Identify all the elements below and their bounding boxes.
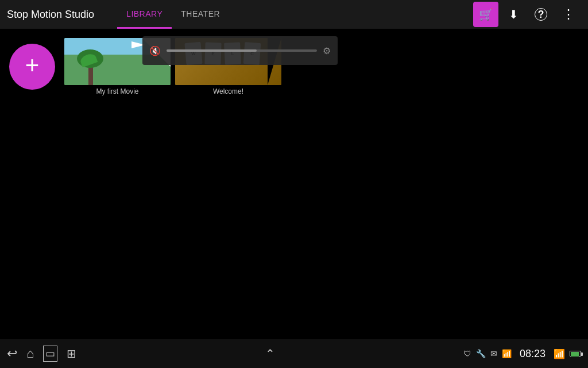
more-button[interactable]: ⋮	[556, 2, 581, 27]
download-icon: ⬇	[509, 7, 519, 21]
screenshot-button[interactable]: ⊞	[67, 347, 76, 361]
app-title: Stop Motion Studio	[7, 9, 94, 21]
top-bar-actions: 🛒 ⬇ ? ⋮	[473, 2, 581, 27]
project-label-first-movie: My first Movie	[96, 87, 138, 95]
battery-bar	[570, 351, 581, 356]
top-bar: Stop Motion Studio LIBRARY THEATER 🛒 ⬇ ?…	[0, 0, 588, 29]
settings-icon[interactable]: ⚙	[323, 45, 331, 56]
status-bar: ↩ ⌂ ▭ ⊞ ⌃ 🛡 🔧 ✉ 📶 08:23 📶	[0, 339, 588, 368]
tab-theater[interactable]: THEATER	[172, 0, 229, 29]
add-project-button[interactable]: +	[9, 44, 55, 90]
wifi-icon: 📶	[554, 348, 565, 359]
main-content: + My first Movie	[0, 29, 588, 339]
help-icon: ?	[535, 8, 547, 21]
back-button[interactable]: ↩	[7, 346, 17, 361]
help-button[interactable]: ?	[528, 2, 554, 27]
cart-button[interactable]: 🛒	[473, 2, 498, 27]
tab-library[interactable]: LIBRARY	[117, 0, 172, 29]
project-label-welcome: Welcome!	[213, 87, 243, 95]
plus-icon: +	[25, 53, 40, 78]
cart-icon: 🛒	[479, 7, 493, 21]
battery-fill	[571, 352, 579, 356]
more-icon: ⋮	[562, 8, 575, 21]
signal-icon: 📶	[502, 349, 512, 358]
tab-bar: LIBRARY THEATER	[117, 0, 229, 29]
progress-bar-fill	[167, 49, 257, 52]
status-nav-icons: ↩ ⌂ ▭ ⊞	[7, 346, 76, 362]
battery-indicator	[570, 351, 581, 356]
progress-overlay: 🔇 ⚙	[142, 36, 338, 65]
mail-icon: ✉	[490, 349, 497, 358]
tools-icon: 🔧	[476, 349, 486, 358]
mute-icon: 🔇	[149, 45, 161, 56]
clock: 08:23	[520, 348, 546, 360]
status-system-icons: 🛡 🔧 ✉ 📶 08:23 📶	[463, 348, 581, 360]
shield-icon: 🛡	[463, 349, 471, 358]
progress-bar	[167, 49, 317, 52]
download-button[interactable]: ⬇	[501, 2, 526, 27]
up-icon[interactable]: ⌃	[265, 347, 275, 361]
home-button[interactable]: ⌂	[26, 346, 34, 361]
status-center: ⌃	[76, 347, 463, 361]
recents-button[interactable]: ▭	[43, 346, 57, 362]
